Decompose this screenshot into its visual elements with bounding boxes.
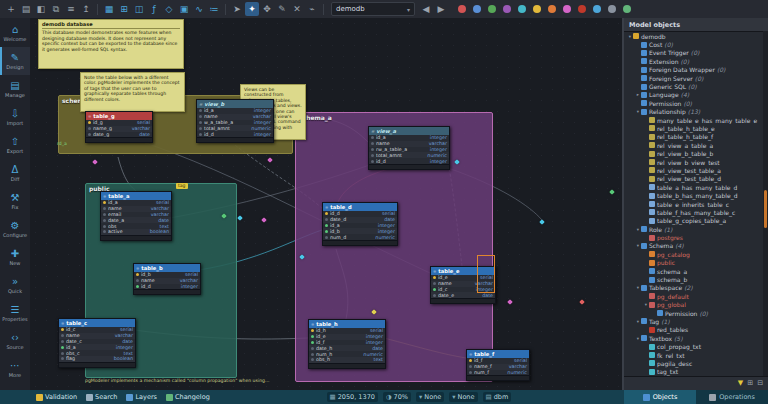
table-node-table_f[interactable]: ≡table_fid_fserialname_fvarcharnum_fnume…: [466, 349, 530, 381]
column-row[interactable]: flagboolean: [59, 356, 135, 362]
sidebar-item-welcome[interactable]: ⌂Welcome: [0, 19, 30, 47]
tree-item-rel-table-h-table-f[interactable]: rel_table_h_table_f: [624, 133, 763, 141]
table-node-table_b[interactable]: ≡table_bid_bserialnamevarcharid_dinteger: [133, 263, 201, 295]
sidebar-item-manage[interactable]: ▤Manage: [0, 75, 30, 103]
tree-item-rel-view-test-table-a[interactable]: rel_view_test_table_a: [624, 166, 763, 174]
table-node-table_g[interactable]: ≡table_gid_gserialname_gvarchardate_gdat…: [85, 111, 153, 143]
tree-scrollbar[interactable]: [763, 31, 768, 377]
column-row[interactable]: name_fvarchar: [467, 364, 529, 370]
column-row[interactable]: date_ddate: [323, 217, 397, 223]
apply-fixes-button[interactable]: [470, 2, 484, 16]
column-row[interactable]: date_adate: [101, 217, 171, 223]
tree-item-textbox[interactable]: ▾Textbox(5): [624, 334, 763, 342]
add-view-button[interactable]: ◫: [132, 2, 146, 16]
next-model-button[interactable]: ▶: [434, 2, 448, 16]
demodb-note[interactable]: demodb databaseThis database model demon…: [38, 19, 184, 69]
magic-wand-tool-button[interactable]: ✦: [245, 2, 259, 16]
tree-item-table-a-has-many-table-d[interactable]: table_a_has_many_table_d: [624, 183, 763, 191]
tree-item-table-g-copies-table-a[interactable]: table_g_copies_table_a: [624, 217, 763, 225]
tree-item-rel-view-b-table-b[interactable]: rel_view_b_table_b: [624, 149, 763, 157]
column-row[interactable]: date_gdate: [86, 132, 152, 138]
add-function-button[interactable]: ƒ: [147, 2, 161, 16]
add-domain-button[interactable]: ◇: [162, 2, 176, 16]
column-row[interactable]: rw_a_table_ainteger: [369, 147, 449, 153]
help-button[interactable]: [620, 2, 634, 16]
select-tool-button[interactable]: ➤: [230, 2, 244, 16]
add-sequence-button[interactable]: ∿: [192, 2, 206, 16]
new-model-button[interactable]: +: [4, 2, 18, 16]
tree-item-foreign-data-wrapper[interactable]: Foreign Data Wrapper(0): [624, 66, 763, 74]
tree-item-schema[interactable]: ▾Schema(4): [624, 242, 763, 250]
statusbar-select-1[interactable]: ▾None: [416, 392, 444, 402]
tree-item-permission[interactable]: Permission(0): [624, 99, 763, 107]
delete-tool-button[interactable]: ✕: [290, 2, 304, 16]
tree-item-extension[interactable]: Extension(0): [624, 57, 763, 65]
export-sql-button[interactable]: [485, 2, 499, 16]
export-button[interactable]: ↥: [79, 2, 93, 16]
model-settings-button[interactable]: [545, 2, 559, 16]
tree-item-rel-view-test-table-d[interactable]: rel_view_test_table_d: [624, 175, 763, 183]
sidebar-item-diff[interactable]: ΔDiff: [0, 159, 30, 187]
prev-model-button[interactable]: ◀: [419, 2, 433, 16]
column-row[interactable]: id_dserial: [323, 211, 397, 217]
rd-a-label[interactable]: rd_a: [57, 141, 67, 146]
tree-item-demodb[interactable]: ▾demodb: [624, 32, 763, 40]
tree-item-rel-view-a-table-a[interactable]: rel_view_a_table_a: [624, 141, 763, 149]
tree-item-tablespace[interactable]: ▾Tablespace(2): [624, 284, 763, 292]
column-row[interactable]: id_ainteger: [59, 344, 135, 350]
column-row[interactable]: id_einteger: [309, 334, 385, 340]
column-row[interactable]: num_dnumeric: [323, 234, 397, 240]
add-table-button[interactable]: ⊞: [117, 2, 131, 16]
sidebar-item-import[interactable]: ⇩Import: [0, 103, 30, 131]
tree-item-role[interactable]: ▾Role(1): [624, 225, 763, 233]
relationship-tool-button[interactable]: ⌁: [305, 2, 319, 16]
column-row[interactable]: emailvarchar: [101, 212, 171, 218]
tree-item-col-propag-txt[interactable]: col_propag_txt: [624, 342, 763, 350]
table-header[interactable]: ≡table_h: [309, 320, 385, 328]
column-row[interactable]: id_dinteger: [369, 158, 449, 164]
model-selector[interactable]: demodb ▾: [331, 2, 415, 16]
add-type-button[interactable]: ▣: [177, 2, 191, 16]
sidebar-item-fix[interactable]: ⚒Fix: [0, 187, 30, 215]
tree-item-tag-txt[interactable]: tag_txt: [624, 368, 763, 376]
diff-button[interactable]: [575, 2, 589, 16]
validation-button[interactable]: Validation: [32, 393, 81, 401]
sidebar-item-quick[interactable]: »Quick: [0, 271, 30, 299]
column-row[interactable]: activeboolean: [101, 229, 171, 235]
column-row[interactable]: id_bserial: [134, 272, 200, 278]
column-row[interactable]: date_cdate: [59, 339, 135, 345]
collapse-all-icon[interactable]: ⊟: [757, 380, 763, 387]
column-row[interactable]: namevarchar: [101, 206, 171, 212]
column-row[interactable]: id_finteger: [309, 340, 385, 346]
tree-item-red-tables[interactable]: red_tables: [624, 326, 763, 334]
sidebar-item-more[interactable]: ⋯More: [0, 355, 30, 383]
column-row[interactable]: id_fserial: [467, 358, 529, 364]
column-row[interactable]: id_gserial: [86, 120, 152, 126]
tree-item-table-b-has-many-table-d[interactable]: table_b_has_many_table_d: [624, 191, 763, 199]
source-view-button[interactable]: [590, 2, 604, 16]
plugins-button[interactable]: [605, 2, 619, 16]
tree-item-cost[interactable]: Cost(0): [624, 40, 763, 48]
table-node-view_b[interactable]: ≡view_bid_aintegernamevarcharw_a_table_a…: [196, 99, 274, 143]
statusbar-select-2[interactable]: ▾None: [449, 392, 477, 402]
changelog-button[interactable]: Changelog: [162, 393, 214, 401]
column-row[interactable]: id_dinteger: [197, 131, 273, 137]
tree-item-rel-table-h-table-e[interactable]: rel_table_h_table_e: [624, 124, 763, 132]
edit-tool-button[interactable]: ✎: [275, 2, 289, 16]
open-model-button[interactable]: ▤: [19, 2, 33, 16]
tree-item-public[interactable]: public: [624, 259, 763, 267]
table-header[interactable]: ≡view_a: [369, 127, 449, 135]
col-propag-textbox[interactable]: pgModeler implements a mechanism called …: [85, 378, 269, 383]
column-row[interactable]: namevarchar: [197, 114, 273, 120]
column-row[interactable]: obs_ctext: [59, 350, 135, 356]
table-node-table_c[interactable]: ≡table_cid_cserialnamevarchardate_cdatei…: [58, 318, 136, 368]
sidebar-item-source[interactable]: ‹›Source: [0, 327, 30, 355]
tree-item-fk-rel-txt[interactable]: fk_rel_txt: [624, 351, 763, 359]
tree-item-table-f-has-many-table-c[interactable]: table_f_has_many_table_c: [624, 208, 763, 216]
tree-item-tag[interactable]: ▾Tag(1): [624, 317, 763, 325]
sidebar-item-design[interactable]: ✎Design: [0, 47, 30, 75]
tree-item-permission[interactable]: Permission(0): [624, 309, 763, 317]
column-row[interactable]: total_amntnumeric: [369, 152, 449, 158]
tab-operations[interactable]: Operations: [696, 390, 768, 404]
column-row[interactable]: namevarchar: [59, 333, 135, 339]
